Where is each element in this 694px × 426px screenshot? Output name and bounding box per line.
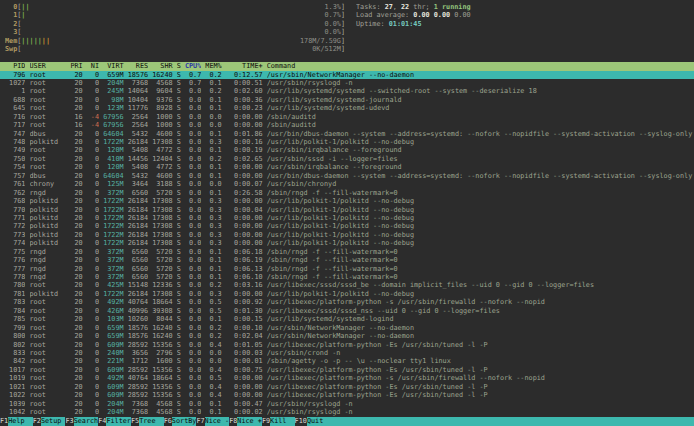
process-row[interactable]: 761chrony200125M34643188S0.00.00:00.07/u… — [0, 180, 694, 188]
cell-virt: 245M — [103, 87, 123, 95]
process-row[interactable]: 778rngd200372M65605720S0.00.10:06.10/sbi… — [0, 273, 694, 281]
process-row[interactable]: 749root200120M54084772S0.00.10:00.19/usr… — [0, 146, 694, 154]
cell-virt: 492M — [103, 298, 123, 306]
fkey-nice-+-button[interactable]: Nice + — [237, 417, 262, 426]
cell-mem: 0.3 — [205, 138, 221, 146]
summary-area: 0[||1.3%]1[|0.7%]2[0.0%]3[0.0%]Mem[|||||… — [0, 3, 694, 54]
process-row[interactable]: 796root200659M1857616240S0.70.20:12.57/u… — [0, 71, 694, 79]
process-row[interactable]: 770polkitd2001722M2618417308S0.00.30:00.… — [0, 206, 694, 214]
column-header-cpu[interactable]: CPU% — [185, 62, 201, 70]
process-row[interactable]: 688root20098M104049376S0.00.10:00.36/usr… — [0, 96, 694, 104]
column-header-pid[interactable]: PID — [5, 62, 25, 70]
fkey-F2-key[interactable]: F2 — [33, 417, 41, 426]
cell-user: rngd — [30, 256, 67, 264]
fkey-sortby-button[interactable]: SortBy — [172, 417, 197, 426]
column-header-pri[interactable]: PRI — [70, 62, 82, 70]
process-row[interactable]: 762rngd200372M65605720S0.00.10:26.58/sbi… — [0, 189, 694, 197]
cell-cmd: /sbin/rngd -f --fill-watermark=0 — [267, 248, 694, 256]
column-header-res[interactable]: RES — [128, 62, 148, 70]
process-row[interactable]: 775rngd200372M65605720S0.00.10:06.18/sbi… — [0, 248, 694, 256]
fkey-search-button[interactable]: Search — [74, 417, 99, 426]
cell-pid: 785 — [5, 315, 25, 323]
load-average-summary-part: 0.00 — [454, 11, 470, 19]
process-row[interactable]: 780root200425M1514812336S0.00.20:03.16/u… — [0, 281, 694, 289]
process-row[interactable]: 774polkitd2001722M2618417308S0.00.30:00.… — [0, 239, 694, 247]
cell-pid: 1017 — [5, 366, 25, 374]
cell-time: 0:00.02 — [226, 408, 263, 416]
cell-cpu: 0.0 — [185, 265, 201, 273]
process-row[interactable]: 1027root200204M73684568S0.70.10:00.51/us… — [0, 79, 694, 87]
cell-s: S — [177, 121, 181, 129]
column-header-user[interactable]: USER — [30, 62, 67, 70]
process-row[interactable]: 802root200609M2859215356S0.00.40:01.05/u… — [0, 341, 694, 349]
process-row[interactable]: 1039root200204M73684568S0.00.10:00.47/us… — [0, 400, 694, 408]
process-row[interactable]: 842root200221M17121600S0.00.00:00.01/sbi… — [0, 357, 694, 365]
tasks-panel: Tasks: 27, 22 thr; 1 runningLoad average… — [356, 3, 694, 54]
fkey-F10-key[interactable]: F10 — [295, 417, 307, 426]
cell-pri: 20 — [70, 163, 82, 171]
process-row[interactable]: 645root200123M117768928S0.00.10:00.23/us… — [0, 104, 694, 112]
process-row[interactable]: 750root200410M1445612404S0.00.20:02.65/u… — [0, 155, 694, 163]
column-header-s[interactable]: S — [177, 62, 181, 70]
process-row[interactable]: 757dbus2006460454324600S0.00.10:00.00/us… — [0, 172, 694, 180]
cell-pri: 20 — [70, 273, 82, 281]
process-row[interactable]: 773polkitd2001722M2618417308S0.00.30:00.… — [0, 231, 694, 239]
process-row[interactable]: 783root200492M4076418664S0.00.50:00.92/u… — [0, 298, 694, 306]
process-row[interactable]: 768polkitd2001722M2618417308S0.00.30:00.… — [0, 197, 694, 205]
process-row[interactable]: 800root200659M1857616240S0.00.20:02.04/u… — [0, 332, 694, 340]
process-row[interactable]: 717root16-46795625641000S0.00.00:00.00/s… — [0, 121, 694, 129]
column-header-cmd[interactable]: Command — [267, 62, 694, 70]
cell-virt: 240M — [103, 349, 123, 357]
process-row[interactable]: 772polkitd2001722M2618417308S0.00.30:00.… — [0, 222, 694, 230]
process-row[interactable]: 833root200240M36562796S0.00.00:00.03/usr… — [0, 349, 694, 357]
cell-shr: 9376 — [152, 96, 172, 104]
fkey-F3-key[interactable]: F3 — [65, 417, 73, 426]
column-header-ni[interactable]: NI — [87, 62, 99, 70]
fkey-quit-button[interactable]: Quit — [307, 417, 694, 426]
cell-mem: 0.0 — [205, 121, 221, 129]
process-row[interactable]: 785root200103M102608044S0.00.10:00.15/us… — [0, 315, 694, 323]
cell-time: 0:26.58 — [226, 189, 263, 197]
cell-user: root — [30, 87, 67, 95]
fkey-help-button[interactable]: Help — [8, 417, 33, 426]
fkey-F4-key[interactable]: F4 — [98, 417, 106, 426]
column-header-virt[interactable]: VIRT — [103, 62, 123, 70]
column-header-time[interactable]: TIME+ — [226, 62, 263, 70]
process-row[interactable]: 1019root200492M4076418664S0.00.50:00.00/… — [0, 374, 694, 382]
cell-time: 0:00.00 — [226, 214, 263, 222]
cell-res: 28592 — [128, 366, 148, 374]
cell-time: 0:03.16 — [226, 281, 263, 289]
fkey-kill-button[interactable]: Kill — [270, 417, 295, 426]
fkey-F5-key[interactable]: F5 — [131, 417, 139, 426]
process-row[interactable]: 1042root200204M73684568S0.00.10:00.02/us… — [0, 408, 694, 416]
process-row[interactable]: 781polkitd2001722M2618417308S0.00.30:00.… — [0, 290, 694, 298]
cell-pid: 802 — [5, 341, 25, 349]
fkey-nice--button[interactable]: Nice - — [205, 417, 230, 426]
process-row[interactable]: 748polkitd2001722M2618417308S0.00.30:00.… — [0, 138, 694, 146]
fkey-F9-key[interactable]: F9 — [262, 417, 270, 426]
process-row[interactable]: 784root200426M4099639308S0.00.50:01.30/u… — [0, 307, 694, 315]
process-row[interactable]: 1022root200609M2859215356S0.00.40:00.00/… — [0, 391, 694, 399]
process-row[interactable]: 1021root200609M2859215356S0.00.40:00.00/… — [0, 383, 694, 391]
process-row[interactable]: 771polkitd2001722M2618417308S0.00.30:00.… — [0, 214, 694, 222]
process-row[interactable]: 799root200659M1857616240S0.00.20:00.10/u… — [0, 324, 694, 332]
fkey-filter-button[interactable]: Filter — [106, 417, 131, 426]
cell-cmd: /usr/libexec/sssd/sssd_nss --uid 0 --gid… — [267, 307, 694, 315]
fkey-F1-key[interactable]: F1 — [0, 417, 8, 426]
process-row[interactable]: 1017root200609M2859215356S0.00.40:00.75/… — [0, 366, 694, 374]
fkey-tree-button[interactable]: Tree — [139, 417, 164, 426]
fkey-F6-key[interactable]: F6 — [164, 417, 172, 426]
process-row[interactable]: 747dbus2006460454324600S0.00.10:01.86/us… — [0, 130, 694, 138]
fkey-F8-key[interactable]: F8 — [229, 417, 237, 426]
process-row[interactable]: 716root16-46795625641000S0.00.00:00.00/s… — [0, 113, 694, 121]
column-header-shr[interactable]: SHR — [152, 62, 172, 70]
meter-close-bracket: ] — [341, 28, 345, 36]
process-row[interactable]: 754root200120M54084772S0.00.10:00.00/usr… — [0, 163, 694, 171]
cell-time: 0:00.00 — [226, 383, 263, 391]
fkey-F7-key[interactable]: F7 — [196, 417, 204, 426]
fkey-setup-button[interactable]: Setup — [41, 417, 66, 426]
process-row[interactable]: 777rngd200372M65605720S0.00.10:06.13/sbi… — [0, 265, 694, 273]
process-row[interactable]: 1root200245M140649604S0.00.20:02.60/usr/… — [0, 87, 694, 95]
process-row[interactable]: 776rngd200372M65605720S0.00.10:06.19/sbi… — [0, 256, 694, 264]
column-header-mem[interactable]: MEM% — [205, 62, 221, 70]
